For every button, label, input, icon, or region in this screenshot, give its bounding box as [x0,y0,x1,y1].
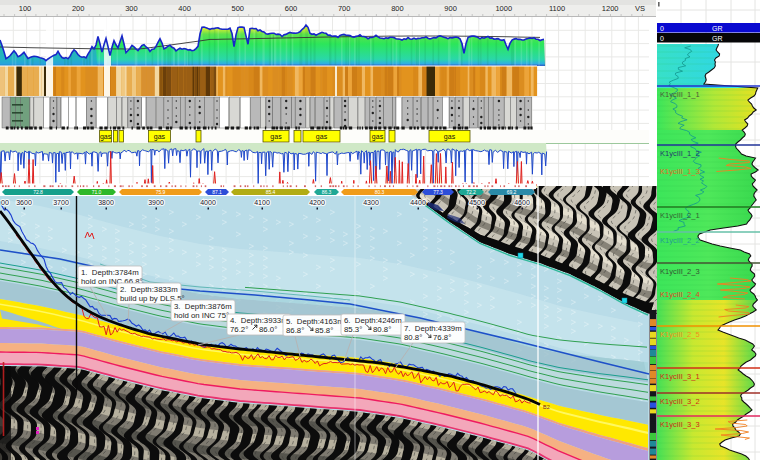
svg-text:K1ycIII_2_2: K1ycIII_2_2 [660,236,700,245]
svg-text:80.8°: 80.8° [373,325,391,334]
svg-text:00: 00 [1,199,9,206]
svg-text:80.3: 80.3 [375,189,385,195]
svg-text:72.2: 72.2 [466,189,476,195]
svg-text:hold on INC 75°: hold on INC 75° [174,311,229,320]
svg-text:80.8°: 80.8° [404,333,422,342]
svg-text:K1ycIII_2_1: K1ycIII_2_1 [660,211,700,220]
svg-text:gas: gas [372,133,384,141]
svg-text:85.3°: 85.3° [344,325,362,334]
svg-text:4200: 4200 [309,199,325,206]
svg-text:71.0: 71.0 [92,189,102,195]
svg-text:3. Depth:3876m: 3. Depth:3876m [174,302,232,311]
svg-text:0: 0 [660,25,664,32]
svg-text:2. Depth:3833m: 2. Depth:3833m [120,285,178,294]
svg-text:85.4: 85.4 [266,189,276,195]
svg-text:85.8°: 85.8° [315,326,333,335]
svg-text:gas: gas [100,133,112,141]
svg-text:75.9: 75.9 [156,189,166,195]
svg-text:4400: 4400 [410,199,426,206]
svg-text:GR: GR [712,25,723,32]
svg-text:4300: 4300 [363,199,379,206]
svg-text:1. Depth:3784m: 1. Depth:3784m [81,268,139,277]
svg-text:100: 100 [19,4,32,13]
svg-text:K1ycIII_3_3: K1ycIII_3_3 [660,420,700,429]
svg-text:500: 500 [232,4,245,13]
svg-text:4500: 4500 [469,199,485,206]
svg-text:K1ycIII_2_4: K1ycIII_2_4 [660,290,700,299]
svg-text:69.2: 69.2 [507,189,517,195]
svg-text:300: 300 [125,4,138,13]
svg-text:4100: 4100 [254,199,270,206]
svg-text:800: 800 [391,4,404,13]
svg-text:4000: 4000 [200,199,216,206]
svg-text:72.8: 72.8 [33,189,43,195]
svg-text:B2: B2 [543,404,550,410]
svg-text:K1ycIII_1_3: K1ycIII_1_3 [660,167,700,176]
svg-text:3700: 3700 [53,199,69,206]
svg-text:1200: 1200 [602,4,619,13]
svg-text:K1ycIII_3_1: K1ycIII_3_1 [660,372,700,381]
svg-text:0: 0 [660,35,664,42]
svg-text:400: 400 [178,4,191,13]
svg-text:K1ycIII_2_3: K1ycIII_2_3 [660,267,700,276]
svg-text:86.3: 86.3 [322,189,332,195]
svg-text:gas: gas [154,133,166,141]
svg-text:6. Depth:4246m: 6. Depth:4246m [344,316,402,325]
svg-text:3900: 3900 [148,199,164,206]
svg-text:900: 900 [444,4,457,13]
svg-text:gas: gas [316,133,328,141]
svg-text:3600: 3600 [16,199,32,206]
svg-text:K1ycIII_1_2: K1ycIII_1_2 [660,149,700,158]
svg-text:GR: GR [712,35,723,42]
svg-text:76.8°: 76.8° [433,333,451,342]
svg-text:K1ycIII_2_5: K1ycIII_2_5 [660,330,700,339]
svg-text:77.3: 77.3 [433,189,443,195]
svg-text:86.8°: 86.8° [286,326,304,335]
svg-text:700: 700 [338,4,351,13]
svg-text:86.0°: 86.0° [259,325,277,334]
svg-text:4. Depth:3933m: 4. Depth:3933m [230,316,288,325]
svg-text:gas: gas [444,133,456,141]
svg-text:VS: VS [635,4,645,13]
svg-text:76.2°: 76.2° [230,325,248,334]
svg-text:87.1: 87.1 [212,189,222,195]
svg-text:K1ycIII_3_2: K1ycIII_3_2 [660,397,700,406]
svg-text:gas: gas [270,133,282,141]
svg-text:1100: 1100 [549,4,565,13]
svg-text:4600: 4600 [514,199,530,206]
svg-text:K1ycIII_1_1: K1ycIII_1_1 [660,90,700,99]
svg-text:5. Depth:4163m: 5. Depth:4163m [286,317,344,326]
svg-text:3800: 3800 [98,199,114,206]
svg-text:7. Depth:4339m: 7. Depth:4339m [404,324,462,333]
svg-text:1000: 1000 [495,4,512,13]
svg-text:600: 600 [285,4,298,13]
svg-text:200: 200 [72,4,85,13]
